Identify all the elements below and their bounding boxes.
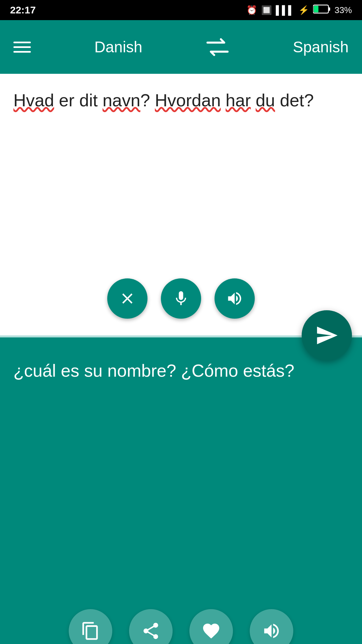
- alarm-icon: ⏰: [246, 5, 257, 15]
- translated-text: ¿cuál es su nombre? ¿Cómo estás?: [13, 358, 349, 384]
- svg-rect-1: [328, 7, 330, 11]
- target-language[interactable]: Spanish: [293, 38, 349, 56]
- source-language[interactable]: Danish: [95, 38, 142, 56]
- output-panel: ¿cuál es su nombre? ¿Cómo estás?: [0, 337, 362, 644]
- input-panel-wrapper: Hvad er dit navn? Hvordan har du det?: [0, 74, 362, 335]
- source-word-hvad: Hvad: [13, 91, 54, 110]
- app-header: Danish Spanish: [0, 20, 362, 74]
- battery-percent: 33%: [335, 5, 352, 15]
- input-panel[interactable]: Hvad er dit navn? Hvordan har du det?: [0, 74, 362, 335]
- status-bar: 22:17 ⏰ 🔲 ▌▌▌ ⚡ 33%: [0, 0, 362, 20]
- input-actions: [107, 278, 255, 319]
- status-time: 22:17: [10, 4, 36, 16]
- source-word-navn: navn: [103, 91, 140, 110]
- signal-icon: ▌▌▌: [276, 5, 294, 15]
- output-actions: [69, 609, 293, 644]
- favorite-button[interactable]: [189, 609, 233, 644]
- clear-button[interactable]: [107, 278, 147, 319]
- speak-source-button[interactable]: [215, 278, 255, 319]
- svg-rect-2: [314, 6, 318, 12]
- source-word-har: har: [226, 91, 251, 110]
- sim-icon: 🔲: [261, 5, 272, 15]
- copy-button[interactable]: [69, 609, 112, 644]
- battery-icon: [313, 4, 330, 16]
- speak-translation-button[interactable]: [250, 609, 293, 644]
- share-button[interactable]: [129, 609, 173, 644]
- source-word-du: du: [256, 91, 275, 110]
- charging-icon: ⚡: [298, 5, 309, 15]
- source-text[interactable]: Hvad er dit navn? Hvordan har du det?: [13, 87, 349, 113]
- source-word-hvordan: Hvordan: [155, 91, 221, 110]
- swap-button[interactable]: [206, 38, 229, 56]
- translate-button[interactable]: [302, 310, 352, 361]
- menu-button[interactable]: [13, 42, 31, 53]
- status-icons: ⏰ 🔲 ▌▌▌ ⚡ 33%: [246, 4, 352, 16]
- microphone-button[interactable]: [161, 278, 201, 319]
